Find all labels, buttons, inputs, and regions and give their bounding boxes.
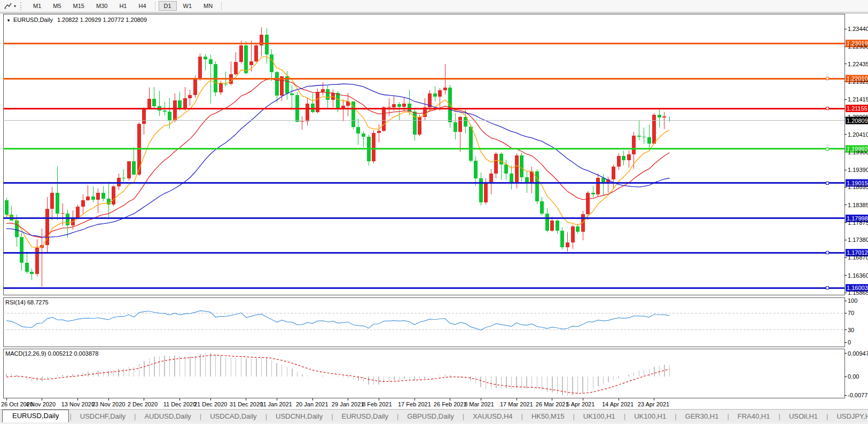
tab-xauusd-h4[interactable]: XAUUSD,H4	[465, 411, 520, 422]
candle	[147, 88, 151, 109]
tab-audusd-daily[interactable]: AUDUSD,Daily	[136, 411, 199, 422]
macd-tick-label: 0.00	[848, 373, 859, 380]
candle	[35, 239, 39, 277]
price-tick-label: 1.18385	[848, 202, 868, 208]
tab-usdcnh-daily[interactable]: USDCNH,Daily	[268, 411, 331, 422]
rsi-line	[6, 311, 670, 330]
candle	[458, 116, 462, 152]
timeframe-button-M5[interactable]: M5	[48, 1, 66, 11]
tab-usdjpy-h1[interactable]: USDJPY,H1	[828, 411, 868, 422]
candle	[438, 88, 442, 111]
tab-ger30-h1[interactable]: GER30,H1	[677, 411, 727, 422]
candle	[510, 166, 513, 190]
candle	[321, 82, 325, 96]
candle	[265, 28, 269, 64]
svg-text:1.16003: 1.16003	[847, 285, 868, 291]
chart-title: ▼EURUSD,Daily1.20822 1.20929 1.20772 1.2…	[6, 17, 147, 23]
chart-tools-icon[interactable]: ▾	[2, 2, 18, 10]
candle	[596, 174, 600, 197]
macd-signal-line	[6, 355, 670, 393]
candle	[300, 116, 304, 130]
tab-gbpusd-daily[interactable]: GBPUSD,Daily	[399, 411, 462, 422]
candle	[122, 169, 126, 182]
date-tick-label: 23 Apr 2021	[638, 401, 669, 407]
candle	[545, 208, 549, 232]
price-tick-label: 1.22435	[848, 61, 868, 67]
candle	[295, 92, 299, 122]
candle	[367, 135, 371, 165]
candle	[652, 113, 656, 144]
toolbar: ▾ M1M5M15M30H1H4D1W1MN	[0, 0, 868, 12]
svg-text:1.21155: 1.21155	[847, 105, 867, 112]
timeframe-button-M1[interactable]: M1	[28, 1, 46, 11]
toolbar-grip	[20, 2, 24, 10]
date-tick-label: 2 Dec 2020	[128, 401, 158, 407]
svg-text:1.20809: 1.20809	[847, 117, 868, 124]
macd-tick-label: -0.007778	[848, 392, 868, 398]
rsi-indicator-label: RSI(14) 68.7275	[5, 299, 49, 305]
candle	[612, 164, 615, 189]
tab-usdcad-daily[interactable]: USDCAD,Daily	[202, 411, 264, 422]
candle	[581, 211, 585, 240]
date-tick-label: 4 Nov 2020	[26, 401, 56, 407]
tab-eurusd-daily[interactable]: EURUSD,Daily	[334, 411, 396, 422]
candle	[96, 189, 100, 213]
horizontal-level-line[interactable]	[3, 287, 844, 289]
level-line-handle[interactable]	[826, 77, 828, 80]
date-tick-label: 17 Mar 2021	[500, 401, 533, 407]
candle	[658, 108, 661, 128]
candle	[479, 172, 483, 206]
price-tick-label: 1.17380	[848, 237, 868, 243]
level-line-handle[interactable]	[826, 252, 828, 254]
tab-usdchf-daily[interactable]: USDCHF,Daily	[72, 411, 134, 422]
candle	[418, 115, 421, 136]
dropdown-caret-icon[interactable]: ▾	[14, 4, 16, 9]
level-line-handle[interactable]	[826, 147, 828, 150]
svg-text:1.19992: 1.19992	[847, 146, 868, 152]
price-tick-label: 1.21415	[848, 96, 868, 103]
timeframe-button-MN[interactable]: MN	[198, 1, 218, 11]
candle	[647, 124, 651, 151]
timeframe-button-H4[interactable]: H4	[133, 1, 151, 11]
timeframe-button-M15[interactable]: M15	[68, 1, 90, 11]
tab-hk50-m15[interactable]: HK50,M15	[523, 411, 572, 422]
horizontal-level-line[interactable]	[3, 252, 844, 254]
candle	[525, 171, 529, 193]
date-tick-label: 26 Mar 2021	[536, 401, 569, 407]
horizontal-level-line[interactable]	[3, 147, 844, 150]
rsi-tick-label: 30	[848, 327, 854, 333]
candle	[377, 124, 381, 143]
candle	[56, 166, 59, 220]
date-tick-label: 5 Apr 2021	[566, 401, 595, 407]
level-line-handle[interactable]	[826, 107, 828, 110]
date-tick-label: 11 Dec 2020	[163, 401, 197, 407]
candle	[326, 85, 330, 108]
macd-histogram	[6, 353, 670, 396]
chart-symbol-caret-icon[interactable]: ▼	[6, 18, 11, 23]
chart-canvas[interactable]: 1.234401.229301.224351.219251.214151.209…	[0, 13, 868, 409]
date-tick-label: 21 Dec 2020	[194, 401, 227, 407]
tab-uk100-h1[interactable]: UK100,H1	[575, 411, 623, 422]
candle	[469, 124, 473, 163]
timeframe-toolbar: M1M5M15M30H1H4D1W1MN	[27, 1, 218, 11]
svg-text:1.23019: 1.23019	[847, 40, 868, 46]
candle	[668, 116, 671, 122]
timeframe-button-M30[interactable]: M30	[91, 1, 113, 11]
tab-fra40-h1[interactable]: FRA40,H1	[730, 411, 778, 422]
horizontal-level-line[interactable]	[3, 182, 844, 184]
candle	[66, 210, 69, 238]
level-line-handle[interactable]	[826, 182, 828, 184]
timeframe-button-D1[interactable]: D1	[159, 1, 177, 11]
date-axis[interactable]	[6, 398, 654, 401]
timeframe-button-H1[interactable]: H1	[114, 1, 132, 11]
level-line-handle[interactable]	[826, 287, 828, 289]
candle	[158, 91, 161, 116]
candle	[642, 128, 646, 144]
rsi-tick-label: 0	[848, 339, 851, 346]
timeframe-button-W1[interactable]: W1	[178, 1, 198, 11]
horizontal-level-line[interactable]	[3, 77, 844, 80]
tab-uk100-h1[interactable]: UK100,H1	[626, 411, 674, 422]
pane-border	[3, 349, 844, 398]
tab-eurusd-daily[interactable]: EURUSD,Daily	[2, 410, 69, 422]
tab-usoil-h1[interactable]: USOil,H1	[781, 411, 826, 422]
